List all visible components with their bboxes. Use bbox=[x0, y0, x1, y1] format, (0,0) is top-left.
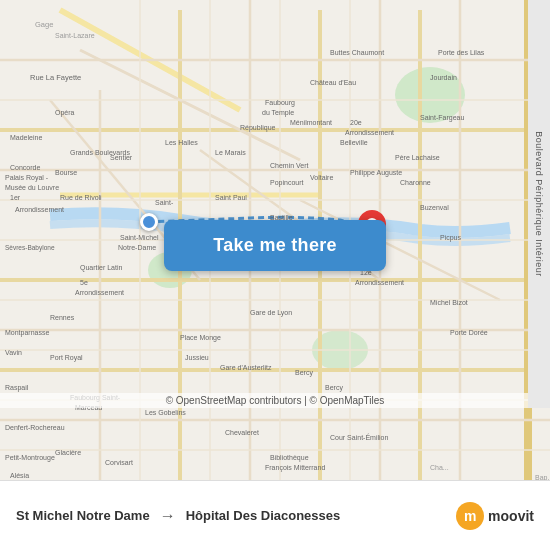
svg-text:Corvisart: Corvisart bbox=[105, 459, 133, 466]
svg-text:Faubourg: Faubourg bbox=[265, 99, 295, 107]
svg-text:Alésia: Alésia bbox=[10, 472, 29, 479]
svg-text:Jussieu: Jussieu bbox=[185, 354, 209, 361]
station-to: Hôpital Des Diaconesses bbox=[186, 508, 341, 523]
svg-text:Père Lachaise: Père Lachaise bbox=[395, 154, 440, 161]
svg-text:Cha...: Cha... bbox=[430, 464, 449, 471]
svg-text:Gare de Lyon: Gare de Lyon bbox=[250, 309, 292, 317]
svg-text:Musée du Louvre: Musée du Louvre bbox=[5, 184, 59, 191]
svg-text:Saint-Fargeau: Saint-Fargeau bbox=[420, 114, 464, 122]
svg-text:Denfert-Rochereau: Denfert-Rochereau bbox=[5, 424, 65, 431]
svg-text:Sèvres-Babylone: Sèvres-Babylone bbox=[5, 244, 55, 252]
svg-text:Le Marais: Le Marais bbox=[215, 149, 246, 156]
station-info: St Michel Notre Dame → Hôpital Des Diaco… bbox=[16, 507, 456, 525]
svg-text:Bourse: Bourse bbox=[55, 169, 77, 176]
svg-text:Michel Bizot: Michel Bizot bbox=[430, 299, 468, 306]
svg-text:Raspail: Raspail bbox=[5, 384, 29, 392]
svg-text:Quartier Latin: Quartier Latin bbox=[80, 264, 123, 272]
svg-text:5e: 5e bbox=[80, 279, 88, 286]
svg-text:Gare d'Austerlitz: Gare d'Austerlitz bbox=[220, 364, 272, 371]
svg-text:Arrondissement: Arrondissement bbox=[345, 129, 394, 136]
bottom-bar: St Michel Notre Dame → Hôpital Des Diaco… bbox=[0, 480, 550, 550]
svg-text:Chemin Vert: Chemin Vert bbox=[270, 162, 309, 169]
svg-text:Buttes Chaumont: Buttes Chaumont bbox=[330, 49, 384, 56]
svg-text:Saint Paul: Saint Paul bbox=[215, 194, 247, 201]
svg-text:Palais Royal -: Palais Royal - bbox=[5, 174, 49, 182]
svg-text:Rennes: Rennes bbox=[50, 314, 75, 321]
moovit-app-name: moovit bbox=[488, 508, 534, 524]
svg-text:Montparnasse: Montparnasse bbox=[5, 329, 49, 337]
svg-text:Rue La Fayette: Rue La Fayette bbox=[30, 73, 81, 82]
svg-text:Château d'Eau: Château d'Eau bbox=[310, 79, 356, 86]
moovit-logo-icon: m bbox=[456, 502, 484, 530]
svg-text:1er: 1er bbox=[10, 194, 21, 201]
svg-text:Notre-Dame: Notre-Dame bbox=[118, 244, 156, 251]
svg-text:Popincourt: Popincourt bbox=[270, 179, 304, 187]
svg-text:Sentier: Sentier bbox=[110, 154, 133, 161]
svg-text:Bibliothèque: Bibliothèque bbox=[270, 454, 309, 462]
svg-text:Belleville: Belleville bbox=[340, 139, 368, 146]
svg-text:Place Monge: Place Monge bbox=[180, 334, 221, 342]
svg-text:Les Halles: Les Halles bbox=[165, 139, 198, 146]
svg-text:République: République bbox=[240, 124, 276, 132]
svg-text:Gage: Gage bbox=[35, 20, 53, 29]
svg-text:Concorde: Concorde bbox=[10, 164, 40, 171]
map-attribution: © OpenStreetMap contributors | © OpenMap… bbox=[0, 393, 550, 408]
svg-text:Charonne: Charonne bbox=[400, 179, 431, 186]
svg-text:Madeleine: Madeleine bbox=[10, 134, 42, 141]
svg-text:Arrondissement: Arrondissement bbox=[75, 289, 124, 296]
boulevard-label: Boulevard Périphérique Intérieur bbox=[528, 0, 550, 408]
station-from: St Michel Notre Dame bbox=[16, 508, 150, 523]
svg-text:Buzenval: Buzenval bbox=[420, 204, 449, 211]
svg-text:Port Royal: Port Royal bbox=[50, 354, 83, 362]
svg-text:Opéra: Opéra bbox=[55, 109, 75, 117]
svg-text:Glacière: Glacière bbox=[55, 449, 81, 456]
svg-text:Porte Dorée: Porte Dorée bbox=[450, 329, 488, 336]
svg-text:François Mitterrand: François Mitterrand bbox=[265, 464, 325, 472]
svg-text:Ménilmontant: Ménilmontant bbox=[290, 119, 332, 126]
svg-text:du Temple: du Temple bbox=[262, 109, 294, 117]
svg-text:Jourdain: Jourdain bbox=[430, 74, 457, 81]
svg-text:Saint-Michel: Saint-Michel bbox=[120, 234, 159, 241]
svg-text:Bercy: Bercy bbox=[325, 384, 343, 392]
map-container: Rue La Fayette Rue de Rivoli Madeleine O… bbox=[0, 0, 550, 480]
svg-text:Saint-Lazare: Saint-Lazare bbox=[55, 32, 95, 39]
svg-text:Voltaire: Voltaire bbox=[310, 174, 333, 181]
svg-text:20e: 20e bbox=[350, 119, 362, 126]
svg-text:Arrondissement: Arrondissement bbox=[15, 206, 64, 213]
svg-text:Les Gobelins: Les Gobelins bbox=[145, 409, 186, 416]
svg-text:Bercy: Bercy bbox=[295, 369, 313, 377]
svg-text:Arrondissement: Arrondissement bbox=[355, 279, 404, 286]
svg-text:Chevaleret: Chevaleret bbox=[225, 429, 259, 436]
origin-marker bbox=[140, 213, 158, 231]
svg-text:Saint-: Saint- bbox=[155, 199, 174, 206]
svg-text:Rue de Rivoli: Rue de Rivoli bbox=[60, 194, 102, 201]
svg-text:Petit-Montrouge: Petit-Montrouge bbox=[5, 454, 55, 462]
take-me-there-button[interactable]: Take me there bbox=[164, 220, 386, 271]
svg-text:Philippe Auguste: Philippe Auguste bbox=[350, 169, 402, 177]
take-me-there-label: Take me there bbox=[213, 235, 337, 256]
svg-text:Vavin: Vavin bbox=[5, 349, 22, 356]
svg-text:Cour Saint-Émilion: Cour Saint-Émilion bbox=[330, 433, 388, 441]
moovit-logo: m moovit bbox=[456, 502, 534, 530]
svg-text:Picpus: Picpus bbox=[440, 234, 462, 242]
direction-arrow-icon: → bbox=[160, 507, 176, 525]
svg-text:Porte des Lilas: Porte des Lilas bbox=[438, 49, 485, 56]
